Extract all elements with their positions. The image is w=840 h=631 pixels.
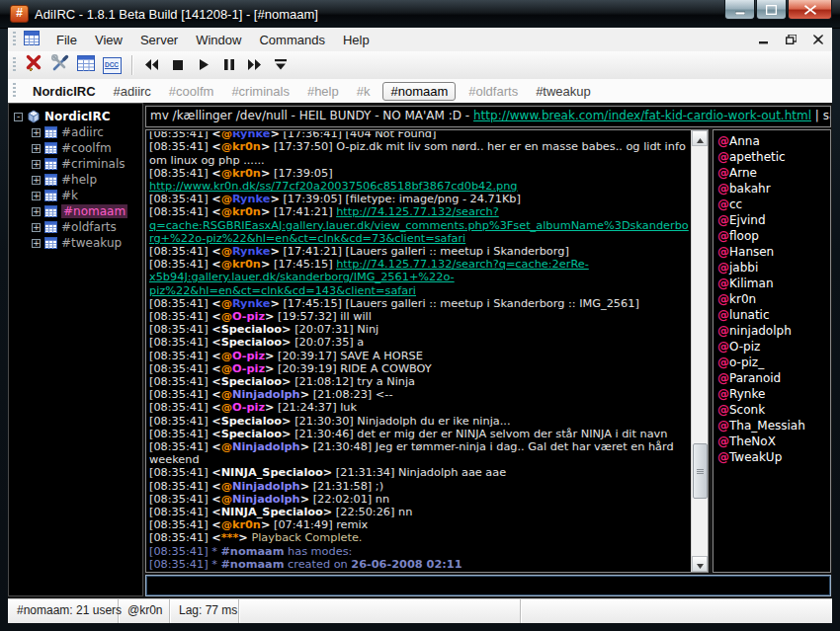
nick: Rynke [232, 193, 270, 205]
scroll-down-button[interactable] [692, 556, 708, 572]
tree-expander[interactable]: + [32, 128, 41, 137]
menu-view[interactable]: View [86, 30, 131, 50]
user-o-piz_[interactable]: @o-piz_ [717, 355, 830, 370]
chat-scrollbar[interactable] [691, 130, 708, 572]
menu-help[interactable]: Help [334, 30, 378, 50]
tree-item-oldfarts[interactable]: +#oldfarts [9, 219, 142, 235]
user-hansen[interactable]: @Hansen [717, 244, 830, 260]
user-cc[interactable]: @cc [717, 197, 830, 212]
tree-channel-label: #criminals [61, 157, 126, 171]
menu-commands[interactable]: Commands [250, 30, 333, 50]
topic-link[interactable]: http://www.break.com/index/fat-kid-cardi… [473, 109, 811, 122]
tab-help[interactable]: #help [300, 82, 346, 101]
tree-channel-label: #coolfm [61, 141, 112, 155]
tabbar-gripper[interactable] [13, 83, 16, 99]
minimize-button[interactable] [724, 0, 755, 20]
nick: Ninjadolph [232, 440, 300, 453]
tree-item-tweakup[interactable]: +#tweakup [9, 235, 142, 251]
op-prefix: @ [221, 401, 232, 414]
tree-item-server[interactable]: -NordicIRC [9, 109, 142, 124]
channel-list-button[interactable] [74, 53, 98, 77]
playback-forward-button[interactable] [243, 53, 267, 77]
user-lunatic[interactable]: @lunatic [717, 307, 830, 323]
message-line: [08:35:41] * #nomaam has modes: [149, 545, 691, 558]
nick-bracket: < [211, 466, 220, 479]
tab-oldfarts[interactable]: #oldfarts [462, 82, 525, 101]
rewind-icon [145, 56, 159, 74]
remote-timestamp: [17:37:50] [270, 140, 336, 153]
mdi-minimize-button[interactable] [755, 32, 771, 47]
user-tweakup[interactable]: @TweakUp [717, 449, 830, 465]
tab-NordicIRC[interactable]: NordicIRC [26, 82, 103, 101]
tree-item-coolfm[interactable]: +#coolfm [9, 140, 142, 156]
tree-item-help[interactable]: +#help [9, 172, 142, 188]
user-thenox[interactable]: @TheNoX [717, 434, 830, 449]
user-rynke[interactable]: @Rynke [717, 386, 830, 402]
timestamp: [08:35:41] [149, 375, 211, 388]
user-jabbi[interactable]: @jabbi [717, 260, 830, 276]
message-input[interactable] [146, 576, 830, 595]
user-bakahr[interactable]: @bakahr [717, 181, 830, 197]
tree-expander[interactable]: + [32, 144, 41, 153]
disconnect-button[interactable] [23, 53, 46, 77]
scroll-up-button[interactable] [692, 130, 708, 146]
menu-window[interactable]: Window [187, 30, 250, 50]
message-text: [Lauers galleri :: meetup i Skanderborg … [346, 297, 639, 310]
chat-row: [08:35:41] <@kr0n> [17:36:41] BetaMax> n… [145, 129, 831, 573]
tree-expander[interactable]: + [32, 223, 41, 232]
tree-item-nomaam[interactable]: +#nomaam [9, 203, 142, 219]
user-tha_messiah[interactable]: @Tha_Messiah [717, 418, 830, 434]
tab-tweakup[interactable]: #tweakup [529, 82, 598, 101]
mdi-window-icon[interactable] [24, 31, 40, 49]
playback-play-button[interactable] [192, 53, 215, 77]
menubar-gripper[interactable] [13, 32, 16, 47]
message-link[interactable]: http://www.kr0n.dk/ss/77cf20a20037506c85… [149, 180, 518, 193]
user-ninjadolph[interactable]: @ninjadolph [717, 323, 830, 339]
tree-item-adiirc[interactable]: +#adiirc [9, 124, 142, 140]
scrollbar-thumb[interactable] [693, 443, 708, 499]
tree-expander[interactable]: + [32, 192, 41, 200]
topic-bar: mv /kællinger /dev/null - HEIL BUNDY - N… [145, 106, 831, 127]
menu-server[interactable]: Server [131, 30, 187, 50]
user-ejvind[interactable]: @Ejvind [717, 212, 830, 228]
options-button[interactable] [48, 53, 72, 77]
playback-rewind-button[interactable] [140, 53, 164, 77]
tree-expander[interactable]: + [32, 160, 41, 169]
tab-adiirc[interactable]: #adiirc [107, 82, 158, 101]
playback-stop-button[interactable] [166, 53, 190, 77]
user-arne[interactable]: @Arne [717, 165, 830, 181]
playback-end-button[interactable] [269, 53, 293, 77]
menu-file[interactable]: File [47, 30, 86, 50]
tab-coolfm[interactable]: #coolfm [162, 82, 221, 101]
mdi-restore-button[interactable] [783, 32, 798, 47]
tree-item-k[interactable]: +#k [9, 188, 142, 203]
tab-k[interactable]: #k [350, 82, 378, 101]
user-nick: TweakUp [729, 450, 782, 464]
tab-nomaam[interactable]: #nomaam [382, 82, 456, 101]
remote-timestamp: [21:30:48] [309, 440, 376, 453]
tree-expander[interactable]: + [32, 176, 41, 185]
toolbar-gripper[interactable] [13, 57, 16, 73]
user-kr0n[interactable]: @kr0n [717, 291, 830, 307]
maximize-button[interactable] [756, 0, 787, 20]
user-paranoid[interactable]: @Paranoid [717, 370, 830, 386]
tree-expander[interactable]: + [32, 239, 41, 248]
tree-expander[interactable]: - [14, 113, 23, 121]
playback-pause-button[interactable] [217, 53, 241, 77]
remote-timestamp: [21:31:58] [309, 480, 376, 493]
user-sconk[interactable]: @Sconk [717, 402, 830, 418]
user-kiliman[interactable]: @Kiliman [717, 276, 830, 291]
close-button[interactable] [788, 0, 832, 20]
nick: Rynke [232, 297, 270, 310]
dcc-button[interactable]: DCC [100, 53, 124, 77]
user-anna[interactable]: @Anna [717, 133, 830, 149]
tree-expander[interactable]: + [32, 207, 41, 216]
user-o-piz[interactable]: @O-piz [717, 339, 830, 355]
tab-criminals[interactable]: #criminals [224, 82, 296, 101]
op-prefix: @ [717, 450, 729, 464]
tree-item-criminals[interactable]: +#criminals [9, 156, 142, 172]
user-floop[interactable]: @floop [717, 228, 830, 244]
mdi-close-button[interactable] [810, 32, 826, 47]
user-apethetic[interactable]: @apethetic [717, 149, 830, 165]
message-line: [08:35:41] <Specialoo> [20:07:35] a [149, 336, 691, 349]
